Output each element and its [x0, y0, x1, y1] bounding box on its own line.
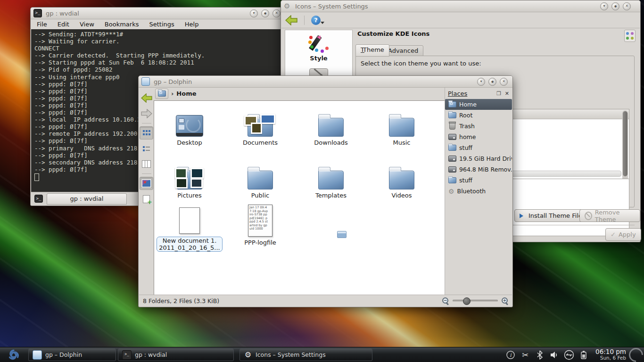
places-item-harddrive[interactable]: 19.5 GiB Hard Drive: [445, 153, 512, 164]
app-launcher-button[interactable]: [0, 347, 27, 362]
menu-view[interactable]: View: [80, 21, 94, 28]
sidebar-item-style[interactable]: Style: [308, 34, 329, 62]
tab-theme-label: Theme: [363, 46, 384, 53]
dolphin-app-icon: [141, 77, 150, 86]
menu-settings[interactable]: Settings: [149, 21, 174, 28]
home-folder-icon: [448, 101, 456, 107]
toolbar-separator: [142, 173, 151, 174]
places-item-home[interactable]: Home: [445, 99, 512, 110]
maximize-button[interactable]: ●: [488, 78, 496, 86]
minimize-button[interactable]: ▾: [600, 2, 608, 10]
places-item-bluetooth[interactable]: ⚙ Bluetooth: [445, 186, 512, 197]
help-button[interactable]: ?: [311, 16, 321, 25]
apply-label: Apply: [619, 231, 636, 238]
file-item[interactable]: Jan 17 09:4 7:18 gp-Asp ire-5738 pp pd[1…: [227, 205, 293, 246]
icons-view-button[interactable]: [140, 126, 153, 140]
konsole-menubar: File Edit View Bookmarks Settings Help: [31, 19, 283, 29]
system-settings-titlebar[interactable]: ⚙ Icons – System Settings ▾ ● ✕: [281, 0, 640, 12]
folder-item[interactable]: Templates: [298, 156, 364, 199]
file-item-selected[interactable]: New document 1. 2011_01_20_16_5...: [157, 205, 223, 252]
system-settings-app-icon: ⚙: [284, 2, 291, 10]
breadcrumb: › Home: [139, 88, 445, 99]
digital-clock[interactable]: 06:10 pm Sun, 6 Feb: [593, 349, 629, 361]
split-view-button[interactable]: [140, 192, 153, 206]
places-item-stuff2[interactable]: stuff: [445, 175, 512, 186]
close-button[interactable]: ✕: [272, 9, 281, 17]
menu-edit[interactable]: Edit: [58, 21, 69, 28]
scrollbar-thumb[interactable]: [623, 111, 627, 176]
trash-icon: [449, 123, 455, 130]
folder-item[interactable]: Public: [227, 156, 293, 199]
minimize-button[interactable]: ▾: [250, 9, 258, 17]
remove-theme-button[interactable]: Remove Theme: [579, 209, 640, 222]
apply-button[interactable]: ✓ Apply: [605, 228, 641, 241]
menu-help[interactable]: Help: [185, 21, 199, 28]
maximize-button[interactable]: ●: [611, 2, 619, 10]
new-tab-button[interactable]: >_: [33, 193, 45, 204]
home-folder-icon: [158, 90, 166, 97]
zoom-slider[interactable]: [453, 300, 498, 302]
details-view-button[interactable]: [140, 142, 153, 155]
places-label: home: [459, 133, 476, 140]
folder-icon: [448, 145, 456, 151]
launcher-swirl-icon: [6, 348, 22, 362]
forward-button[interactable]: [140, 107, 153, 120]
places-item-trash[interactable]: Trash: [445, 121, 512, 132]
back-button[interactable]: [140, 91, 153, 105]
dolphin-folder-view[interactable]: Desktop Documents Downloads Music: [154, 100, 446, 295]
back-button[interactable]: [285, 15, 297, 25]
menu-bookmarks[interactable]: Bookmarks: [105, 21, 139, 28]
close-button[interactable]: ✕: [500, 78, 508, 86]
task-konsole[interactable]: >_ gp : wvdial: [118, 348, 234, 361]
toolbar-separator: [142, 123, 151, 123]
file-label: PPP-logfile: [244, 239, 276, 246]
klipper-scissors-icon[interactable]: ✂: [520, 350, 530, 360]
volume-icon[interactable]: [549, 350, 560, 360]
breadcrumb-home-label[interactable]: Home: [176, 90, 196, 97]
drive-icon: [448, 156, 456, 162]
places-item-stuff[interactable]: stuff: [445, 142, 512, 153]
terminal-cursor: [34, 173, 39, 181]
places-item-removable[interactable]: 964.8 MiB Remov...: [445, 164, 512, 175]
breadcrumb-home-button[interactable]: [155, 89, 168, 99]
folder-item[interactable]: Desktop: [157, 104, 223, 146]
columns-view-button[interactable]: [140, 157, 153, 171]
task-system-settings[interactable]: ⚙ Icons – System Settings: [239, 348, 372, 361]
task-dolphin[interactable]: gp – Dolphin: [28, 348, 116, 361]
device-notifier-usb-icon[interactable]: [564, 350, 574, 360]
minimize-button[interactable]: ▾: [477, 78, 485, 86]
folder-item[interactable]: Pictures: [157, 156, 223, 199]
close-button[interactable]: ✕: [623, 2, 631, 10]
detach-panel-icon[interactable]: ❐: [496, 90, 501, 97]
folder-item[interactable]: Documents: [227, 104, 293, 146]
info-tray-icon[interactable]: i: [505, 350, 516, 360]
konsole-titlebar[interactable]: >_ gp : wvdial ▾ ● ✕: [31, 8, 283, 19]
overview-button[interactable]: [624, 30, 636, 42]
pictures-folder-icon: [177, 171, 202, 189]
folder-label: Downloads: [314, 139, 347, 146]
zoom-out-button[interactable]: −: [442, 297, 449, 304]
split-view-icon: [143, 195, 150, 203]
folder-item[interactable]: Downloads: [298, 104, 364, 146]
places-item-home-drive[interactable]: home: [445, 132, 512, 142]
preview-toggle-button[interactable]: [140, 177, 153, 190]
zoom-in-button[interactable]: +: [502, 297, 508, 304]
konsole-tab-active[interactable]: gp : wvdial: [47, 193, 127, 205]
places-label: 19.5 GiB Hard Drive: [459, 155, 512, 162]
places-item-root[interactable]: Root: [445, 110, 512, 121]
folder-item[interactable]: Music: [369, 104, 435, 146]
zoom-out-icon: −: [442, 297, 448, 304]
menu-file[interactable]: File: [37, 21, 47, 28]
preview-icon: [141, 179, 151, 188]
bluetooth-icon[interactable]: [535, 350, 545, 360]
zoom-slider-handle[interactable]: [463, 297, 471, 305]
tab-theme[interactable]: TTheme: [355, 44, 389, 57]
taskbar: gp – Dolphin >_ gp : wvdial ⚙ Icons – Sy…: [0, 347, 644, 362]
folder-icon: [448, 177, 456, 183]
text-file-icon: [179, 207, 200, 234]
folder-item[interactable]: Videos: [369, 156, 435, 199]
battery-icon[interactable]: [578, 350, 589, 360]
close-panel-icon[interactable]: ✕: [505, 90, 509, 97]
dolphin-titlebar[interactable]: gp – Dolphin ▾ ● ✕: [139, 76, 512, 88]
maximize-button[interactable]: ●: [261, 9, 269, 17]
